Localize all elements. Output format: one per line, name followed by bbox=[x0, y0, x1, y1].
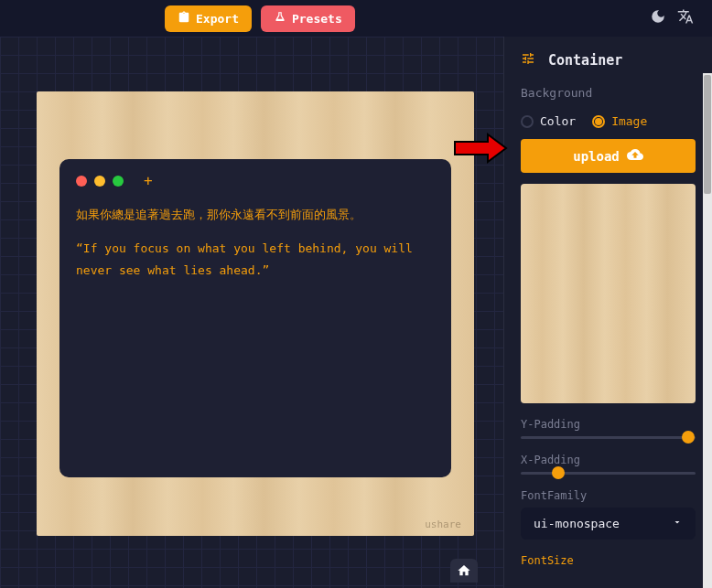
top-toolbar: Export Presets bbox=[0, 0, 712, 37]
language-icon[interactable] bbox=[677, 8, 694, 28]
scrollbar-thumb[interactable] bbox=[704, 75, 711, 194]
moon-icon[interactable] bbox=[650, 8, 666, 28]
cloud-upload-icon bbox=[627, 146, 643, 166]
watermark: ushare bbox=[425, 519, 461, 530]
background-panel: + 如果你總是追著過去跑，那你永遠看不到前面的風景。 “If you focus… bbox=[37, 91, 474, 536]
presets-button[interactable]: Presets bbox=[261, 5, 355, 32]
bg-option-image[interactable]: Image bbox=[592, 114, 647, 128]
x-padding-slider[interactable] bbox=[521, 472, 696, 475]
sidebar-title: Container bbox=[548, 52, 622, 69]
font-family-value: ui-monospace bbox=[534, 517, 620, 530]
presets-label: Presets bbox=[292, 12, 342, 26]
background-preview[interactable] bbox=[521, 184, 696, 403]
font-family-label: FontFamily bbox=[521, 489, 696, 502]
code-line-2: “If you focus on what you left behind, y… bbox=[76, 238, 435, 281]
bg-image-label: Image bbox=[611, 114, 647, 128]
y-padding-label: Y-Padding bbox=[521, 418, 696, 431]
code-line-1: 如果你總是追著過去跑，那你永遠看不到前面的風景。 bbox=[76, 204, 435, 225]
font-size-label: FontSize bbox=[521, 554, 696, 567]
add-tab-button[interactable]: + bbox=[144, 172, 153, 189]
upload-label: upload bbox=[573, 149, 620, 164]
bg-option-color[interactable]: Color bbox=[521, 114, 576, 128]
code-content[interactable]: 如果你總是追著過去跑，那你永遠看不到前面的風景。 “If you focus o… bbox=[76, 204, 435, 281]
annotation-arrow bbox=[453, 131, 510, 169]
y-padding-slider[interactable] bbox=[521, 436, 696, 439]
radio-checked-icon bbox=[592, 115, 605, 128]
code-window: + 如果你總是追著過去跑，那你永遠看不到前面的風景。 “If you focus… bbox=[59, 159, 451, 477]
upload-button[interactable]: upload bbox=[521, 139, 696, 173]
window-minimize-dot[interactable] bbox=[94, 176, 105, 187]
radio-unchecked-icon bbox=[521, 115, 534, 128]
settings-sidebar: Container Background Color Image upload … bbox=[503, 37, 712, 588]
window-maximize-dot[interactable] bbox=[113, 176, 124, 187]
slider-thumb[interactable] bbox=[682, 431, 695, 444]
chevron-down-icon bbox=[672, 517, 683, 530]
scrollbar[interactable] bbox=[703, 73, 712, 588]
flask-icon bbox=[274, 11, 286, 27]
export-label: Export bbox=[196, 12, 239, 26]
background-section-label: Background bbox=[521, 86, 696, 100]
x-padding-label: X-Padding bbox=[521, 454, 696, 466]
home-button[interactable] bbox=[450, 559, 478, 583]
slider-thumb[interactable] bbox=[552, 466, 565, 479]
canvas-area: + 如果你總是追著過去跑，那你永遠看不到前面的風景。 “If you focus… bbox=[0, 37, 503, 588]
bg-color-label: Color bbox=[540, 114, 576, 128]
export-button[interactable]: Export bbox=[165, 5, 252, 32]
font-family-select[interactable]: ui-monospace bbox=[521, 508, 696, 540]
window-close-dot[interactable] bbox=[76, 176, 87, 187]
sliders-icon bbox=[521, 51, 535, 69]
clipboard-icon bbox=[178, 11, 190, 27]
